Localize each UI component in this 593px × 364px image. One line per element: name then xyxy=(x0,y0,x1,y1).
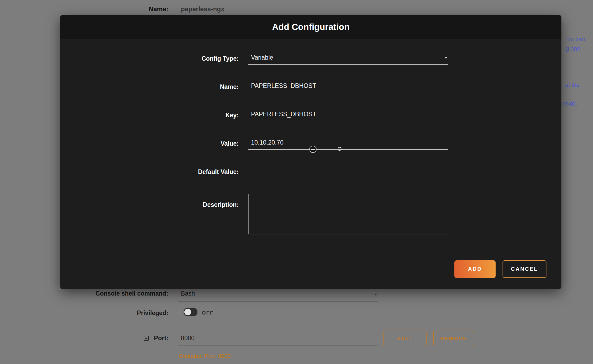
description-field xyxy=(248,194,448,235)
move-cursor-icon xyxy=(309,146,317,153)
chevron-down-icon: ▾ xyxy=(445,56,447,60)
name-label: Name: xyxy=(60,83,239,91)
modal-title: Add Configuration xyxy=(272,22,350,32)
modal-header: Add Configuration xyxy=(60,15,561,39)
remove-button[interactable]: REMOVE xyxy=(433,331,474,346)
description-row: Description: xyxy=(60,194,561,234)
add-button[interactable]: ADD xyxy=(454,260,496,278)
config-type-field: Variable ▾ xyxy=(248,52,448,65)
value-field xyxy=(248,137,448,150)
description-textarea[interactable] xyxy=(248,194,448,234)
value-input[interactable] xyxy=(248,137,448,150)
edit-button[interactable]: EDIT xyxy=(383,331,427,346)
default-value-row: Default Value: xyxy=(60,165,561,178)
bg-name-label: Name: xyxy=(0,5,168,13)
toggle-knob xyxy=(184,309,191,315)
chevron-down-icon: ▾ xyxy=(375,292,377,296)
privileged-toggle[interactable] xyxy=(184,308,197,316)
name-input[interactable] xyxy=(248,81,448,93)
clipped-help-text: nsole. xyxy=(562,100,578,107)
key-label: Key: xyxy=(60,112,239,119)
console-shell-command-select[interactable]: Bash ▾ xyxy=(178,290,378,301)
privileged-state: OFF xyxy=(202,310,214,316)
name-field xyxy=(248,81,448,93)
key-input[interactable] xyxy=(248,109,448,121)
key-row: Key: xyxy=(60,109,561,122)
bg-name-value: paperless-ngx xyxy=(181,5,225,13)
port-input[interactable]: 8000 xyxy=(178,335,378,346)
port-label: Port: xyxy=(0,335,168,342)
pointer-dot-icon xyxy=(338,147,341,151)
config-type-select[interactable]: Variable ▾ xyxy=(248,52,448,65)
config-type-label: Config Type: xyxy=(60,55,239,62)
port-value: 8000 xyxy=(181,335,195,342)
clipped-help-text: st the xyxy=(565,82,580,88)
container-port-text: Container Port: 8000 xyxy=(179,353,231,359)
modal-body: Config Type: Variable ▾ Name: Key: xyxy=(60,39,561,234)
privileged-label: Privileged: xyxy=(0,309,168,317)
modal-footer: ADD CANCEL xyxy=(60,249,561,289)
default-value-label: Default Value: xyxy=(60,168,239,176)
default-value-input[interactable] xyxy=(248,166,448,178)
value-label: Value: xyxy=(60,140,239,147)
cancel-button[interactable]: CANCEL xyxy=(503,260,546,278)
description-label: Description: xyxy=(60,194,239,208)
clipped-help-text: g and xyxy=(566,45,580,52)
clipped-help-text: ou can xyxy=(567,36,585,43)
name-row: Name: xyxy=(60,80,561,93)
key-field xyxy=(248,109,448,121)
config-type-value: Variable xyxy=(251,54,273,61)
config-type-row: Config Type: Variable ▾ xyxy=(60,52,561,65)
console-shell-command-value: Bash xyxy=(181,290,195,297)
console-shell-command-label: Console shell command: xyxy=(0,290,168,297)
default-value-field xyxy=(248,166,448,178)
